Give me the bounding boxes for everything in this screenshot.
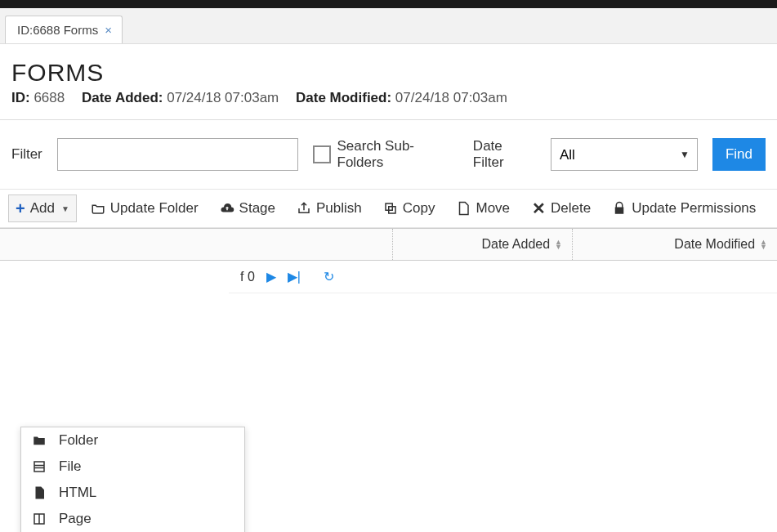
doc-icon bbox=[31, 485, 47, 500]
stage-button[interactable]: Stage bbox=[212, 194, 283, 222]
column-date-added[interactable]: Date Added ▲▼ bbox=[392, 229, 572, 260]
date-added-value: 07/24/18 07:03am bbox=[167, 90, 279, 105]
add-menu-item-label: Page bbox=[59, 511, 92, 527]
id-label: ID: bbox=[11, 90, 30, 105]
close-icon[interactable]: × bbox=[105, 23, 112, 37]
stage-label: Stage bbox=[239, 200, 275, 217]
window-topbar bbox=[0, 0, 777, 8]
close-icon: ✕ bbox=[531, 201, 546, 216]
update-folder-button[interactable]: Update Folder bbox=[83, 194, 206, 222]
last-page-icon[interactable]: ▶| bbox=[288, 269, 301, 284]
id-value: 6688 bbox=[33, 90, 65, 105]
add-menu-item-label: Folder bbox=[59, 432, 98, 449]
folder-open-icon bbox=[91, 201, 105, 216]
lock-icon bbox=[612, 201, 627, 216]
column-name[interactable] bbox=[0, 229, 392, 260]
sort-icon: ▲▼ bbox=[760, 239, 767, 249]
add-button[interactable]: + Add ▼ bbox=[8, 194, 77, 222]
sort-icon: ▲▼ bbox=[555, 239, 562, 249]
filter-input[interactable] bbox=[57, 138, 298, 171]
delete-label: Delete bbox=[551, 200, 591, 217]
find-button[interactable]: Find bbox=[712, 138, 766, 171]
update-permissions-button[interactable]: Update Permissions bbox=[605, 194, 763, 222]
move-icon bbox=[456, 201, 471, 216]
page-header: FORMS ID: 6688 Date Added: 07/24/18 07:0… bbox=[0, 44, 777, 120]
update-permissions-label: Update Permissions bbox=[632, 200, 756, 217]
date-added-label: Date Added: bbox=[82, 90, 163, 105]
delete-button[interactable]: ✕ Delete bbox=[524, 194, 598, 222]
publish-button[interactable]: Publish bbox=[289, 194, 369, 222]
date-filter-label: Date Filter bbox=[473, 138, 536, 171]
search-subfolders-label: Search Sub-Folders bbox=[337, 138, 458, 171]
add-menu-item-folder[interactable]: Folder bbox=[21, 427, 244, 454]
tab-forms[interactable]: ID:6688 Forms × bbox=[5, 16, 123, 43]
tabbar: ID:6688 Forms × bbox=[0, 8, 777, 44]
date-filter-select[interactable]: All bbox=[551, 138, 698, 171]
share-icon bbox=[297, 201, 311, 216]
copy-icon bbox=[383, 201, 398, 216]
add-menu-item-page[interactable]: Page bbox=[21, 506, 244, 532]
date-modified-label: Date Modified: bbox=[296, 90, 391, 105]
page-title: FORMS bbox=[11, 59, 766, 87]
cloud-up-icon bbox=[220, 201, 234, 216]
plus-icon: + bbox=[16, 200, 25, 217]
add-menu-item-html[interactable]: HTML bbox=[21, 480, 244, 506]
folder-icon bbox=[31, 433, 47, 448]
column-date-modified-label: Date Modified bbox=[674, 237, 755, 252]
add-label: Add bbox=[30, 200, 55, 217]
filter-bar: Filter Search Sub-Folders Date Filter Al… bbox=[0, 120, 777, 190]
add-menu-item-label: File bbox=[59, 458, 81, 475]
file-grid-icon bbox=[31, 459, 47, 474]
column-date-modified[interactable]: Date Modified ▲▼ bbox=[572, 229, 777, 260]
chevron-down-icon: ▼ bbox=[61, 204, 69, 213]
add-dropdown: FolderFileHTMLPageFormLinkFile GroupSche… bbox=[20, 427, 245, 532]
refresh-icon[interactable]: ↻ bbox=[324, 269, 334, 284]
move-button[interactable]: Move bbox=[449, 194, 517, 222]
copy-label: Copy bbox=[403, 200, 435, 217]
toolbar: + Add ▼ Update Folder Stage Publish bbox=[0, 190, 777, 228]
pager: f 0 ▶ ▶| ↻ bbox=[229, 261, 777, 293]
move-label: Move bbox=[476, 200, 510, 217]
add-menu-item-file[interactable]: File bbox=[21, 454, 244, 480]
next-page-icon[interactable]: ▶ bbox=[266, 269, 276, 284]
date-modified-value: 07/24/18 07:03am bbox=[395, 90, 507, 105]
publish-label: Publish bbox=[316, 200, 362, 217]
tab-label: ID:6688 Forms bbox=[17, 23, 98, 37]
svg-rect-2 bbox=[34, 462, 44, 472]
filter-label: Filter bbox=[11, 146, 42, 163]
pager-of-text: f 0 bbox=[240, 270, 255, 284]
page-split-icon bbox=[31, 512, 47, 526]
page-meta: ID: 6688 Date Added: 07/24/18 07:03am Da… bbox=[11, 90, 766, 106]
table-header: Date Added ▲▼ Date Modified ▲▼ bbox=[0, 228, 777, 261]
search-subfolders-option[interactable]: Search Sub-Folders bbox=[313, 138, 458, 171]
add-menu-item-label: HTML bbox=[59, 485, 96, 501]
column-date-added-label: Date Added bbox=[481, 237, 550, 252]
copy-button[interactable]: Copy bbox=[376, 194, 443, 222]
update-folder-label: Update Folder bbox=[110, 200, 199, 217]
checkbox-icon[interactable] bbox=[313, 145, 331, 163]
